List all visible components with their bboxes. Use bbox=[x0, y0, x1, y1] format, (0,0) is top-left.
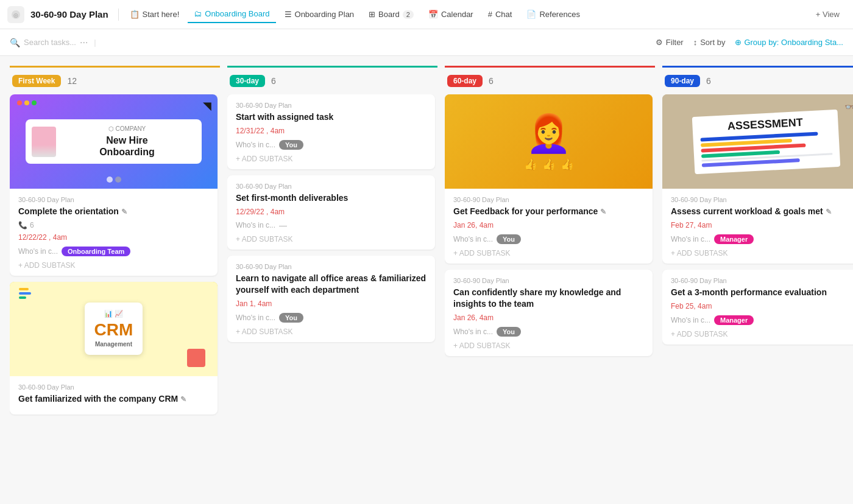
task-card[interactable]: 📊 📈 CRM Management 30-60-90 Day Plan Get… bbox=[10, 282, 218, 415]
task-card[interactable]: 30-60-90 Day Plan Set first-month delive… bbox=[227, 175, 435, 250]
due-date: 12/22/22 , 4am bbox=[18, 233, 209, 242]
attachment-icon: ✎ bbox=[121, 208, 127, 216]
due-date: Feb 27, 4am bbox=[671, 221, 853, 229]
task-card[interactable]: ◥ ⬡ COMPANY New HireOnboarding 30-60-90 … bbox=[10, 94, 218, 276]
card-plan: 30-60-90 Day Plan bbox=[18, 383, 209, 391]
assignee-row: Who's in c... — bbox=[236, 221, 426, 230]
svg-text:◎: ◎ bbox=[13, 12, 18, 18]
task-card[interactable]: 30-60-90 Day Plan Get a 3-month performa… bbox=[662, 270, 853, 345]
add-subtask-button[interactable]: + ADD SUBTASK bbox=[18, 261, 209, 270]
column-header: 60-day 6 bbox=[445, 75, 655, 94]
new-hire-image: ◥ ⬡ COMPANY New HireOnboarding bbox=[10, 94, 218, 189]
column-cards: 👩‍🦰 👍 👍 👍 30-60-90 Day Plan Get Feedback… bbox=[445, 94, 655, 362]
card-body: 30-60-90 Day Plan Start with assigned ta… bbox=[227, 94, 435, 169]
add-subtask-button[interactable]: + ADD SUBTASK bbox=[236, 155, 426, 163]
column-cards: 👓 ASSESSMENT 30-60-90 Day Plan As bbox=[662, 94, 853, 351]
nav-item-onboarding-plan[interactable]: ☰ Onboarding Plan bbox=[278, 6, 361, 23]
task-card[interactable]: 👩‍🦰 👍 👍 👍 30-60-90 Day Plan Get Feedback… bbox=[445, 94, 653, 264]
column-first-week: First Week 12 ◥ ⬡ COMPANY New HireOnboar… bbox=[10, 66, 220, 421]
who-label: Who's in c... bbox=[671, 316, 710, 324]
toolbar: 🔍 Search tasks... ··· | ⚙ Filter ↕ Sort … bbox=[0, 29, 853, 56]
column-header: 90-day 6 bbox=[662, 75, 853, 94]
task-card[interactable]: 30-60-90 Day Plan Learn to navigate all … bbox=[227, 256, 435, 342]
more-options-button[interactable]: ··· bbox=[80, 37, 88, 48]
assignee-row: Who's in c... Manager bbox=[671, 315, 853, 325]
card-title: Get Feedback for your performance ✎ bbox=[453, 206, 644, 217]
sort-icon: ↕ bbox=[693, 38, 698, 47]
who-label: Who's in c... bbox=[236, 221, 275, 229]
column-count: 6 bbox=[489, 76, 494, 86]
column-count: 6 bbox=[706, 76, 711, 86]
column-tag: 60-day bbox=[447, 75, 483, 87]
app-logo: ◎ bbox=[7, 6, 24, 23]
assignee-empty: — bbox=[279, 221, 287, 230]
assignee-row: Who's in c... You bbox=[236, 313, 426, 323]
assignee-badge: You bbox=[497, 327, 521, 337]
card-body: 30-60-90 Day Plan Get Feedback for your … bbox=[445, 189, 653, 264]
add-subtask-button[interactable]: + ADD SUBTASK bbox=[236, 327, 426, 336]
nav-item-chat[interactable]: # Chat bbox=[482, 6, 519, 23]
board2-icon: ⊞ bbox=[369, 10, 375, 19]
start-icon: 📋 bbox=[130, 10, 140, 19]
nav-item-start[interactable]: 📋 Start here! bbox=[124, 6, 186, 23]
assignee-row: Who's in c... You bbox=[453, 234, 644, 244]
due-date: Feb 25, 4am bbox=[671, 302, 853, 310]
group-icon: ⊕ bbox=[735, 38, 742, 47]
card-title: Get familiarized with the company CRM ✎ bbox=[18, 393, 209, 405]
sort-button[interactable]: ↕ Sort by bbox=[693, 38, 726, 47]
due-date: 12/31/22 , 4am bbox=[236, 127, 426, 135]
add-subtask-button[interactable]: + ADD SUBTASK bbox=[671, 249, 853, 257]
card-title: Complete the orientation ✎ bbox=[18, 206, 209, 217]
assignee-badge: You bbox=[497, 234, 521, 244]
column-top-border bbox=[445, 66, 655, 74]
nav-item-board[interactable]: ⊞ Board 2 bbox=[363, 6, 420, 23]
add-subtask-button[interactable]: + ADD SUBTASK bbox=[453, 341, 644, 350]
task-card[interactable]: 30-60-90 Day Plan Start with assigned ta… bbox=[227, 94, 435, 169]
card-plan: 30-60-90 Day Plan bbox=[671, 277, 853, 284]
add-subtask-button[interactable]: + ADD SUBTASK bbox=[453, 249, 644, 257]
who-label: Who's in c... bbox=[671, 235, 710, 243]
top-nav: ◎ 30-60-90 Day Plan 📋 Start here! 🗂 Onbo… bbox=[0, 0, 853, 29]
search-box[interactable]: 🔍 Search tasks... ··· | bbox=[10, 37, 328, 48]
assignee-badge: Onboarding Team bbox=[62, 247, 130, 256]
assignee-row: Who's in c... You bbox=[453, 327, 644, 337]
card-plan: 30-60-90 Day Plan bbox=[236, 263, 426, 270]
kanban-board: First Week 12 ◥ ⬡ COMPANY New HireOnboar… bbox=[0, 56, 853, 504]
add-subtask-button[interactable]: + ADD SUBTASK bbox=[671, 330, 853, 338]
page-title: 30-60-90 Day Plan bbox=[30, 9, 108, 19]
nav-item-onboarding-board[interactable]: 🗂 Onboarding Board bbox=[188, 5, 275, 23]
column-90-day: 90-day 6 👓 ASSESSMENT bbox=[662, 66, 853, 351]
column-cards: 30-60-90 Day Plan Start with assigned ta… bbox=[227, 94, 437, 348]
card-body: 30-60-90 Day Plan Set first-month delive… bbox=[227, 175, 435, 250]
nav-item-references[interactable]: 📄 References bbox=[520, 6, 586, 23]
calendar-icon: 📅 bbox=[428, 10, 438, 19]
arrow-icon: ◥ bbox=[203, 99, 211, 113]
call-count: 📞 6 bbox=[18, 221, 209, 229]
card-plan: 30-60-90 Day Plan bbox=[453, 277, 644, 284]
assignee-row: Who's in c... Manager bbox=[671, 234, 853, 244]
column-top-border bbox=[227, 66, 437, 74]
column-tag: First Week bbox=[12, 75, 61, 87]
card-plan: 30-60-90 Day Plan bbox=[453, 196, 644, 203]
column-top-border bbox=[10, 66, 220, 74]
add-subtask-button[interactable]: + ADD SUBTASK bbox=[236, 235, 426, 243]
attachment-icon: ✎ bbox=[826, 208, 832, 216]
card-title: Learn to navigate all office areas & fam… bbox=[236, 273, 426, 296]
column-count: 12 bbox=[67, 76, 77, 86]
who-label: Who's in c... bbox=[236, 141, 275, 149]
who-label: Who's in c... bbox=[453, 235, 493, 243]
group-by-button[interactable]: ⊕ Group by: Onboarding Sta... bbox=[735, 38, 843, 47]
card-title: Set first-month deliverables bbox=[236, 192, 426, 204]
task-card[interactable]: 👓 ASSESSMENT 30-60-90 Day Plan As bbox=[662, 94, 853, 264]
card-plan: 30-60-90 Day Plan bbox=[671, 196, 853, 203]
task-card[interactable]: 30-60-90 Day Plan Can confidently share … bbox=[445, 270, 653, 356]
due-date: Jan 26, 4am bbox=[453, 313, 644, 322]
filter-button[interactable]: ⚙ Filter bbox=[656, 38, 684, 47]
plan-icon: ☰ bbox=[285, 10, 292, 19]
nav-item-add-view[interactable]: + View bbox=[810, 6, 846, 23]
card-plan: 30-60-90 Day Plan bbox=[236, 183, 426, 190]
assignee-badge: You bbox=[279, 140, 303, 150]
column-60-day: 60-day 6 👩‍🦰 👍 👍 👍 30-60-90 Day Plan bbox=[445, 66, 655, 362]
nav-item-calendar[interactable]: 📅 Calendar bbox=[422, 6, 480, 23]
attachment-icon: ✎ bbox=[180, 395, 186, 404]
